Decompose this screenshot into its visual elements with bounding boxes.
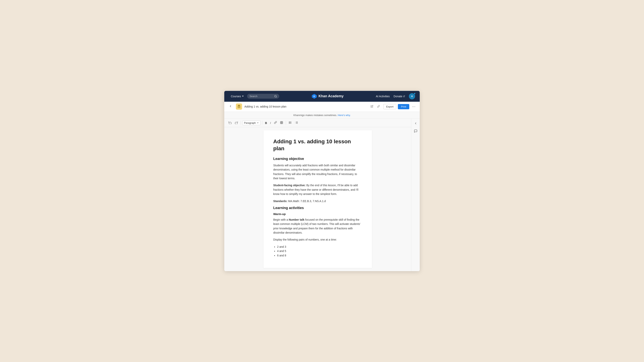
svg-point-16: [289, 122, 289, 122]
paragraph-select[interactable]: Paragraph: [242, 121, 261, 125]
print-button[interactable]: Print: [398, 104, 409, 109]
comment-button[interactable]: [413, 129, 418, 135]
svg-text:3: 3: [295, 123, 296, 124]
student-objective-paragraph: Student-facing objective: By the end of …: [273, 183, 362, 196]
brand-name: Khan Academy: [318, 94, 344, 98]
back-arrow-icon: [229, 105, 232, 108]
svg-text:K: K: [314, 95, 315, 97]
link-button[interactable]: [273, 120, 278, 125]
list-item: 4 and 5: [277, 249, 362, 253]
warmup-body: Begin with a Number talk focused on the …: [273, 218, 362, 235]
sub-header-right: Export Print ⋯: [383, 104, 417, 109]
bullet-list-icon: [289, 121, 292, 124]
list-item: 6 and 8: [277, 253, 362, 258]
warmup-display-text: Display the following pairs of numbers, …: [273, 238, 362, 242]
svg-point-18: [289, 123, 289, 124]
navbar: Courses K Khan Academy AI Activities: [224, 91, 420, 102]
clipboard-icon: [237, 105, 241, 108]
warmup-heading: Warm-up: [273, 212, 362, 216]
search-icon: [274, 95, 277, 98]
warmup-bold: Number talk: [289, 218, 304, 221]
link-toolbar-icon: [274, 121, 277, 124]
toolbar-divider: [240, 121, 241, 125]
svg-line-1: [276, 97, 277, 97]
bold-button[interactable]: B: [264, 120, 268, 125]
more-options-button[interactable]: ⋯: [411, 104, 417, 109]
standards-paragraph: Standards: MA.Math: 7.EE.B.3, 7.NS.A.1.d: [273, 199, 362, 203]
navbar-center: K Khan Academy: [282, 94, 373, 99]
donate-link[interactable]: Donate: [394, 95, 405, 98]
browser-window: Courses K Khan Academy AI Activities: [224, 91, 420, 271]
bold-icon: B: [265, 121, 267, 124]
svg-point-17: [289, 122, 289, 123]
courses-label: Courses: [231, 95, 241, 98]
editor-container: Paragraph B I: [224, 119, 420, 271]
right-sidebar: [411, 119, 420, 271]
list-item: 2 and 3: [277, 245, 362, 249]
ai-activities-link[interactable]: AI Activities: [376, 95, 390, 98]
back-button[interactable]: [227, 104, 234, 109]
link-icon: [377, 105, 380, 108]
user-avatar[interactable]: A: [409, 93, 415, 99]
svg-line-4: [404, 95, 405, 96]
editor-toolbar: Paragraph B I: [224, 119, 411, 127]
user-initials: A: [411, 95, 413, 98]
banner-link[interactable]: Here's why.: [338, 114, 351, 117]
navbar-left: Courses: [229, 94, 279, 99]
editor-main: Paragraph B I: [224, 119, 411, 271]
notification-dot: [414, 93, 416, 94]
undo-button[interactable]: [227, 120, 233, 125]
learning-objective-heading: Learning objective: [273, 157, 362, 161]
document-title: Adding 1 vs. adding 10 lesson plan: [244, 105, 367, 108]
export-button[interactable]: Export: [383, 104, 396, 109]
table-button[interactable]: [279, 120, 284, 125]
learning-objective-body: Students will accurately add fractions w…: [273, 163, 362, 181]
ka-logo-icon: K: [312, 94, 317, 99]
standards-text: MA.Math: 7.EE.B.3, 7.NS.A.1.d: [288, 200, 326, 203]
italic-icon: I: [270, 121, 271, 124]
courses-chevron-icon: [242, 96, 244, 97]
banner-text: Khanmigo makes mistakes sometimes.: [293, 114, 337, 117]
numbered-list-button[interactable]: 123: [294, 120, 299, 125]
redo-button[interactable]: [234, 120, 239, 125]
edit-title-button[interactable]: [370, 104, 374, 109]
search-box[interactable]: [247, 94, 279, 99]
italic-button[interactable]: I: [269, 120, 272, 125]
sub-header: Adding 1 vs. adding 10 lesson plan Expor…: [224, 102, 420, 112]
bullet-list: 2 and 3 4 and 5 6 and 8: [273, 245, 362, 258]
collapse-panel-icon: [414, 122, 417, 125]
toolbar-divider-2: [262, 121, 262, 125]
share-button[interactable]: [376, 104, 381, 109]
bullet-list-button[interactable]: [288, 120, 293, 125]
redo-icon: [235, 121, 238, 124]
search-input[interactable]: [250, 95, 273, 98]
title-actions: [370, 104, 381, 109]
khanmigo-banner: Khanmigo makes mistakes sometimes. Here'…: [224, 112, 420, 119]
table-icon: [280, 121, 283, 124]
paragraph-chevron-icon: [256, 122, 259, 124]
external-link-icon: [403, 95, 405, 97]
numbered-list-icon: 123: [295, 121, 298, 124]
navbar-right: AI Activities Donate A: [376, 93, 415, 99]
undo-icon: [228, 121, 232, 124]
courses-button[interactable]: Courses: [229, 94, 246, 99]
sidebar-collapse-button[interactable]: [413, 121, 418, 126]
document-main-title: Adding 1 vs. adding 10 lesson plan: [273, 138, 362, 152]
standards-label: Standards:: [273, 200, 287, 203]
document-icon: [236, 103, 242, 110]
paragraph-label: Paragraph: [244, 121, 256, 124]
student-objective-label: Student-facing objective:: [273, 184, 306, 187]
comment-icon: [414, 129, 418, 133]
toolbar-divider-3: [286, 121, 286, 125]
pencil-icon: [370, 105, 373, 108]
editor-content[interactable]: Adding 1 vs. adding 10 lesson plan Learn…: [264, 130, 372, 268]
learning-activities-heading: Learning activities: [273, 206, 362, 210]
warmup-prefix: Begin with a: [273, 218, 289, 221]
